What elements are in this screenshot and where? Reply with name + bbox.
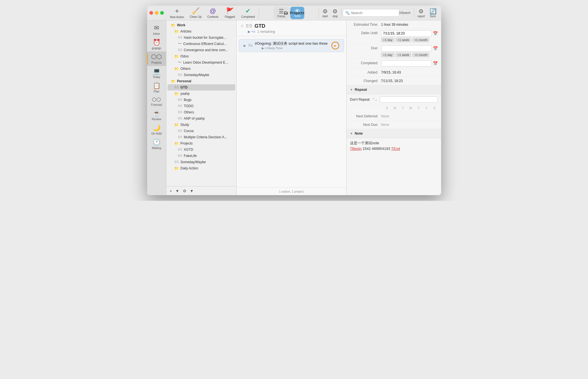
- sidebar-item-review[interactable]: ☕ Review: [147, 108, 166, 122]
- day-m: M: [392, 106, 398, 110]
- sidebar-item-anp-yaahp[interactable]: ⠿⠿ ANP of yaahp: [168, 115, 235, 122]
- start-button[interactable]: ⚙ start: [320, 7, 330, 19]
- sidebar-item-gtd[interactable]: ⠿⠿ GTD: [168, 84, 235, 91]
- note-line2: TBegin 1542 489954193 TEnd: [350, 146, 438, 152]
- contexts-button[interactable]: @ Contexts: [204, 6, 221, 20]
- minimize-button[interactable]: [155, 11, 158, 15]
- note-number: 1542 489954193: [362, 147, 391, 151]
- due-input[interactable]: [381, 45, 432, 51]
- sidebar-item-fakelive[interactable]: ⠿⠿ FakeLife: [168, 153, 235, 159]
- parallel-icon: ⠿⠿: [178, 111, 182, 114]
- folder-icon: 📁: [171, 23, 175, 27]
- flag-inner: ▶: [334, 44, 336, 47]
- folder-icon: 📁: [174, 29, 179, 34]
- sidebar-item-waiting[interactable]: 🕐 Waiting: [147, 137, 166, 151]
- sidebar-item-on-hold[interactable]: 🌙 On Hold: [147, 122, 166, 137]
- defer-plus-month-button[interactable]: +1 month: [412, 38, 429, 42]
- completed-input[interactable]: [381, 60, 432, 66]
- toolbar-separator-4: [414, 8, 414, 18]
- sidebar-item-convergence[interactable]: ⠿⠿ Convergence and time com...: [168, 47, 235, 53]
- completed-label: Completed: [241, 15, 255, 18]
- project-toggle[interactable]: ▽: [241, 24, 243, 28]
- stop-button[interactable]: ⚙ stop: [330, 7, 340, 19]
- due-plus-month-button[interactable]: +1 month: [412, 53, 429, 57]
- sidebar-item-continuous[interactable]: 〜 Continuous Efficient Calcul...: [168, 41, 235, 47]
- defer-until-input[interactable]: [381, 30, 432, 36]
- sync-button[interactable]: 🔄 Sync: [427, 7, 439, 19]
- folder-icon: 📁: [174, 92, 179, 96]
- sidebar-item-others-yaahp[interactable]: ⠿⠿ Others: [168, 109, 235, 115]
- repeat-section-header[interactable]: ▼ Repeat: [347, 85, 441, 94]
- sidebar-item-daily-action[interactable]: 📁 Daily Action: [168, 165, 235, 171]
- due-calendar-icon[interactable]: 📅: [433, 46, 438, 51]
- fullscreen-button[interactable]: [160, 11, 164, 15]
- defer-plus-day-button[interactable]: +1 day: [381, 38, 394, 42]
- report-button[interactable]: ⚙ report: [415, 7, 427, 19]
- parallel-icon: ⠿⠿: [178, 98, 182, 102]
- due-plus-day-button[interactable]: +1 day: [381, 53, 394, 57]
- task-left: ▶ ⠿≡ #Ongoing: 测试任务 script test one two …: [244, 41, 331, 50]
- new-action-button[interactable]: + New Action: [167, 6, 187, 20]
- sidebar-item-multiple-criteria[interactable]: ⠿⠿ Multiple Criteria Decision A...: [168, 134, 235, 140]
- parallel-icon: ⠿⠿: [178, 117, 182, 120]
- sidebar-item-study[interactable]: 📁 Study: [168, 122, 235, 128]
- sidebar-item-bugs[interactable]: ⠿⠿ Bugs: [168, 97, 235, 103]
- add-action-icon[interactable]: ▶ +≡: [248, 30, 255, 34]
- task-expand-icon[interactable]: ▶: [244, 44, 246, 48]
- sidebar-item-forecast[interactable]: ⬡⬡ Forecast: [147, 95, 166, 108]
- sidebar-item-xgtd[interactable]: ⠿⠿ XGTD: [168, 147, 235, 153]
- view-button[interactable]: 👁 View: [290, 7, 304, 19]
- sidebar-item-cocoa[interactable]: ⠿⠿ Cocoa: [168, 128, 235, 134]
- day-t2: T: [416, 106, 422, 110]
- sidebar-item-hash-bucket[interactable]: ⠿⠿ Hash bucket for Surrogate...: [168, 35, 235, 41]
- clean-up-label: Clean Up: [190, 15, 202, 18]
- footer-settings-button[interactable]: ⚙: [182, 188, 188, 194]
- sidebar-item-todo[interactable]: ⠿⠿ TODO: [168, 103, 235, 109]
- close-button[interactable]: [149, 11, 153, 15]
- task-flag[interactable]: ▶: [331, 42, 339, 49]
- sidebar-item-today[interactable]: 💻 Today: [147, 66, 166, 80]
- footer-gear-button[interactable]: ▼: [174, 188, 181, 194]
- task-row[interactable]: ▶ ⠿≡ #Ongoing: 测试任务 script test one two …: [239, 39, 344, 52]
- sidebar-item-learn-odoo[interactable]: 〜 Learn Odoo Development E...: [168, 59, 235, 66]
- task-content: #Ongoing: 测试任务 script test one two three…: [255, 41, 328, 50]
- squiggle-icon: 〜: [178, 60, 182, 65]
- sidebar-item-projects[interactable]: ⬡⬡ Projects: [147, 51, 166, 66]
- sidebar-item-yaahp[interactable]: 📁 yaahp: [168, 91, 235, 97]
- sidebar-item-gogogo[interactable]: ⏰ gogogo: [147, 37, 166, 51]
- sidebar-item-personal[interactable]: 📁 Personal: [168, 78, 235, 84]
- defer-calendar-icon[interactable]: 📅: [433, 31, 438, 36]
- note-text: 这是一个测试note TBegin 1542 489954193 TEnd: [350, 140, 438, 151]
- flagged-button[interactable]: 🚩 Flagged: [221, 6, 238, 20]
- search-bar[interactable]: 🔍 ✕: [343, 9, 399, 17]
- search-button[interactable]: Search: [399, 10, 413, 16]
- sidebar-item-others-work[interactable]: 📁 Others: [168, 66, 235, 72]
- sidebar-item-plan[interactable]: 📋 Plan: [147, 80, 166, 95]
- sidebar-item-projects-folder[interactable]: 📁 Projects: [168, 140, 235, 147]
- days-row: S M T W T F S: [347, 105, 441, 112]
- sidebar-item-articles[interactable]: 📁 Articles: [168, 28, 235, 35]
- add-project-button[interactable]: +: [169, 188, 173, 194]
- search-input[interactable]: [351, 11, 398, 15]
- sidebar-item-someday-work[interactable]: ⠿⠿ Someday/Maybe: [168, 72, 235, 78]
- traffic-lights: [149, 11, 164, 15]
- sidebar-item-someday-personal[interactable]: ⠿⠿ Someday/Maybe: [168, 159, 235, 165]
- completed-calendar-icon[interactable]: 📅: [433, 61, 438, 66]
- flagged-label: Flagged: [225, 15, 235, 18]
- note-section-header[interactable]: ▼ Note: [347, 129, 441, 138]
- tbegin-tag: TBegin: [350, 147, 362, 151]
- sidebar-item-work[interactable]: 📁 Work: [168, 22, 235, 28]
- focus-button[interactable]: ☰ Focus: [274, 7, 289, 19]
- sidebar-item-inbox[interactable]: ✉ Inbox: [147, 23, 166, 37]
- folder-icon: 📁: [174, 67, 179, 71]
- due-plus-week-button[interactable]: +1 week: [396, 53, 411, 57]
- completed-button[interactable]: ✔ Completed: [238, 6, 257, 20]
- sidebar-item-odoo[interactable]: 📁 Odoo: [168, 53, 235, 59]
- defer-plus-week-button[interactable]: +1 week: [396, 38, 411, 42]
- repeat-value-input[interactable]: [380, 96, 437, 103]
- parallel-icon: ⠿⠿: [178, 129, 182, 133]
- day-f: F: [424, 106, 430, 110]
- repeat-stepper-icon[interactable]: ⌃⌄: [372, 98, 377, 102]
- clean-up-button[interactable]: 🧹 Clean Up: [187, 6, 205, 20]
- footer-settings2-button[interactable]: ▼: [189, 188, 195, 194]
